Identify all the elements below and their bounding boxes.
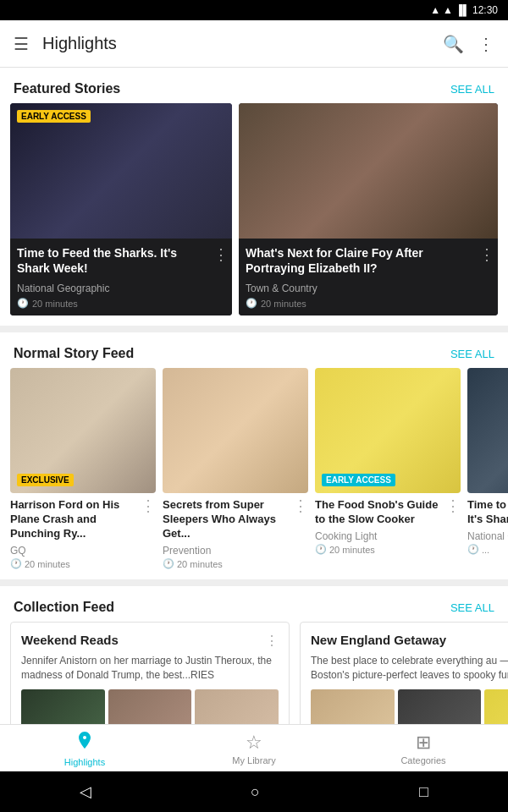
- story-source: National Geograph...: [467, 530, 508, 542]
- card-source: National Geographic: [17, 283, 225, 294]
- story-source: GQ: [10, 545, 156, 557]
- collection-desc: Jennifer Anistorn on her marriage to Jus…: [21, 654, 279, 683]
- collection-image: [195, 689, 279, 724]
- card-menu-button[interactable]: ⋮: [213, 245, 229, 264]
- story-time: 🕐 20 minutes: [10, 558, 156, 569]
- wifi-icon: ▲: [430, 4, 440, 16]
- collection-menu-button[interactable]: ⋮: [265, 633, 279, 649]
- clock-icon: 🕐: [315, 544, 327, 555]
- collection-title: Weekend Reads: [21, 633, 119, 647]
- normal-feed-header: Normal Story Feed SEE ALL: [0, 332, 508, 368]
- story-card[interactable]: ⋮ Secrets from Super Sleepers Who Always…: [163, 368, 308, 569]
- card-menu-button[interactable]: ⋮: [479, 245, 494, 264]
- story-title: Harrison Ford on His Plane Crash and Pun…: [10, 498, 156, 541]
- featured-stories-title: Featured Stories: [14, 81, 120, 96]
- story-time: 🕐 20 minutes: [163, 558, 308, 569]
- collection-see-all[interactable]: SEE ALL: [450, 601, 494, 614]
- collection-card[interactable]: Weekend Reads ⋮ Jennifer Anistorn on her…: [10, 622, 290, 724]
- story-time: 🕐 ...: [467, 544, 508, 555]
- section-divider: [0, 326, 508, 332]
- card-title: Time to Feed the Sharks. It's Shark Week…: [17, 245, 225, 276]
- story-card[interactable]: ⋮ Time to Feed the Sharks! It's Shark We…: [467, 368, 508, 569]
- featured-card[interactable]: EARLY ACCESS ⋮ Time to Feed the Sharks. …: [10, 103, 232, 315]
- collection-feed-header: Collection Feed SEE ALL: [0, 586, 508, 622]
- search-button[interactable]: 🔍: [443, 34, 464, 54]
- featured-stories-header: Featured Stories SEE ALL: [0, 68, 508, 103]
- normal-feed-title: Normal Story Feed: [14, 346, 134, 361]
- collection-feed-section: Collection Feed SEE ALL Weekend Reads ⋮ …: [0, 586, 508, 724]
- clock-icon: 🕐: [467, 544, 479, 555]
- clock-icon: 🕐: [246, 298, 257, 309]
- collection-image: [311, 689, 395, 724]
- story-card[interactable]: EXCLUSIVE ⋮ Harrison Ford on His Plane C…: [10, 368, 156, 569]
- collection-image: [398, 689, 482, 724]
- menu-icon[interactable]: ☰: [14, 34, 29, 54]
- battery-icon: ▐▌: [456, 4, 470, 16]
- section-divider: [0, 579, 508, 586]
- collection-desc: The best place to celebrate everything a…: [311, 654, 508, 683]
- card-time: 🕐 20 minutes: [246, 298, 491, 309]
- collection-card[interactable]: New England Getaway ⋮ The best place to …: [300, 622, 508, 724]
- collection-list: Weekend Reads ⋮ Jennifer Anistorn on her…: [0, 622, 508, 724]
- story-title: Secrets from Super Sleepers Who Always G…: [163, 498, 308, 541]
- featured-card[interactable]: ⋮ What's Next for Claire Foy After Portr…: [239, 103, 498, 315]
- collection-feed-title: Collection Feed: [14, 600, 114, 615]
- early-access-badge: EARLY ACCESS: [17, 110, 91, 123]
- featured-see-all[interactable]: SEE ALL: [450, 83, 494, 96]
- card-time: 🕐 20 minutes: [17, 298, 225, 309]
- app-bar: ☰ Highlights 🔍 ⋮: [0, 20, 508, 68]
- status-icons: ▲ ▲ ▐▌ 12:30: [430, 4, 498, 16]
- story-menu-button[interactable]: ⋮: [445, 497, 461, 515]
- story-title: Time to Feed the Sharks! It's Shark Week…: [467, 498, 508, 527]
- story-card[interactable]: EARLY ACCESS ⋮ The Food Snob's Guide to …: [315, 368, 461, 569]
- early-access-badge: EARLY ACCESS: [322, 474, 395, 486]
- collection-title: New England Getaway: [311, 633, 446, 647]
- clock: 12:30: [472, 4, 498, 16]
- story-menu-button[interactable]: ⋮: [141, 497, 156, 515]
- status-bar: ▲ ▲ ▐▌ 12:30: [0, 0, 508, 20]
- clock-icon: 🕐: [17, 298, 29, 309]
- normal-story-feed-section: Normal Story Feed SEE ALL EXCLUSIVE ⋮ Ha…: [0, 332, 508, 579]
- story-source: Prevention: [163, 545, 308, 557]
- more-menu-button[interactable]: ⋮: [478, 34, 494, 54]
- app-title: Highlights: [42, 34, 429, 53]
- signal-icon: ▲: [443, 4, 453, 16]
- featured-stories-section: Featured Stories SEE ALL EARLY ACCESS ⋮ …: [0, 68, 508, 326]
- clock-icon: 🕐: [163, 558, 174, 569]
- story-menu-button[interactable]: ⋮: [293, 497, 308, 515]
- featured-stories-list: EARLY ACCESS ⋮ Time to Feed the Sharks. …: [0, 103, 508, 326]
- collection-images: [21, 689, 279, 724]
- normal-feed-see-all[interactable]: SEE ALL: [450, 348, 494, 360]
- main-content: Featured Stories SEE ALL EARLY ACCESS ⋮ …: [0, 68, 508, 724]
- story-source: Cooking Light: [315, 530, 461, 542]
- clock-icon: 🕐: [10, 558, 22, 569]
- collection-image: [21, 689, 105, 724]
- story-title: The Food Snob's Guide to the Slow Cooker: [315, 498, 461, 527]
- story-feed-list: EXCLUSIVE ⋮ Harrison Ford on His Plane C…: [0, 368, 508, 579]
- story-time: 🕐 20 minutes: [315, 544, 461, 555]
- collection-image: [108, 689, 192, 724]
- collection-images: [311, 689, 508, 724]
- collection-image: [484, 689, 508, 724]
- card-title: What's Next for Claire Foy After Portray…: [246, 245, 491, 276]
- exclusive-badge: EXCLUSIVE: [17, 474, 74, 486]
- card-source: Town & Country: [246, 283, 491, 294]
